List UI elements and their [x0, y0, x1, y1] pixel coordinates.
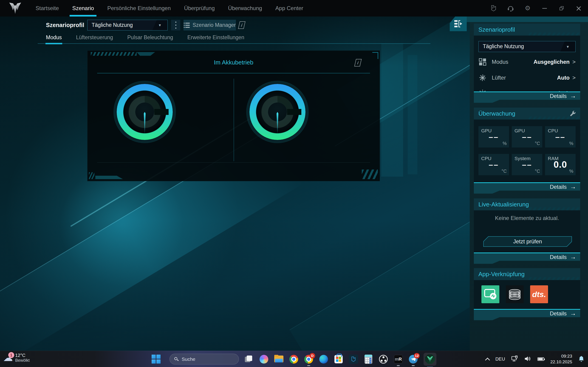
- main-nav: Startseite Szenario Persönliche Einstell…: [29, 0, 310, 17]
- scenario-manager-button[interactable]: Szenario Manager: [183, 20, 236, 31]
- windows-taskbar: ☁ 1 12°C Bewölkt Suche D: [0, 351, 588, 367]
- app-titlebar: Startseite Szenario Persönliche Einstell…: [0, 0, 588, 17]
- system-tray: DEU 09:23 22.10.2025: [486, 351, 584, 367]
- panel-title: Im Akkubetrieb: [87, 59, 380, 66]
- search-icon: [174, 357, 179, 361]
- nav-ueberpruefung[interactable]: Überprüfung: [177, 0, 221, 17]
- active-tab-underline: [69, 15, 96, 17]
- scenario-profile-label: Szenarioprofil: [46, 20, 84, 31]
- panel-hatch-decor: [91, 52, 137, 56]
- running-indicator: [397, 365, 400, 366]
- tray-clock[interactable]: 09:23 22.10.2025: [550, 353, 572, 365]
- more-options-button[interactable]: [171, 20, 180, 31]
- settings-gear-icon[interactable]: ⚙: [524, 5, 531, 12]
- chrome-profile-icon[interactable]: D: [304, 355, 313, 364]
- gauge-divider: [233, 79, 234, 161]
- tabs-divider: [38, 43, 431, 44]
- battery-icon[interactable]: [537, 357, 544, 361]
- taskbar-apps: D mR 12: [244, 351, 436, 367]
- headset-icon[interactable]: [507, 5, 514, 12]
- collapse-sidebar-button[interactable]: [450, 17, 467, 31]
- tray-time: 09:23: [550, 353, 572, 359]
- task-view-button[interactable]: [244, 355, 254, 364]
- close-button[interactable]: [575, 5, 582, 12]
- weather-badge: 1: [8, 352, 14, 358]
- window-controls: ⚙: [490, 0, 582, 17]
- obs-studio-icon[interactable]: [379, 355, 388, 364]
- weather-widget[interactable]: ☁ 1 12°C Bewölkt: [3, 353, 30, 363]
- weather-temp: 12°C: [15, 353, 30, 358]
- scenario-info-icon[interactable]: i: [238, 21, 246, 29]
- battery-mode-panel: Im Akkubetrieb i: [87, 50, 380, 181]
- running-indicator: [307, 365, 310, 366]
- nav-app-center[interactable]: App Center: [269, 0, 310, 17]
- notification-bell-icon[interactable]: [578, 356, 584, 363]
- start-button[interactable]: [152, 355, 161, 364]
- scenario-profile-dropdown[interactable]: Tägliche Nutzung ▼: [87, 20, 168, 31]
- edge-icon[interactable]: [319, 355, 328, 364]
- calculator-icon[interactable]: [364, 355, 373, 364]
- nav-ueberwachung[interactable]: Überwachung: [221, 0, 269, 17]
- panel-corner-decor: [372, 52, 378, 59]
- predator-logo-icon: [9, 2, 22, 15]
- planet9-icon[interactable]: [490, 5, 497, 12]
- scenario-tabs: Modus Lüftersteuerung Pulsar Beleuchtung…: [46, 34, 244, 44]
- input-language[interactable]: DEU: [495, 357, 505, 362]
- chrome-badge: D: [310, 353, 315, 359]
- cpu-gauge: [117, 84, 173, 140]
- network-display-icon[interactable]: [511, 356, 518, 363]
- tab-modus[interactable]: Modus: [46, 34, 62, 44]
- list-icon: [184, 23, 190, 28]
- telegram-badge: 12: [414, 353, 420, 359]
- weather-condition: Bewölkt: [15, 358, 30, 363]
- microsoft-store-icon[interactable]: [334, 355, 343, 364]
- tab-pulsar-beleuchtung[interactable]: Pulsar Beleuchtung: [127, 34, 173, 44]
- minimize-button[interactable]: [541, 5, 548, 12]
- musicbee-icon[interactable]: mR: [394, 355, 403, 364]
- tab-luftersteuerung[interactable]: Lüftersteuerung: [76, 34, 113, 44]
- dropdown-arrow-icon: ▼: [152, 20, 167, 30]
- copilot-icon[interactable]: [259, 355, 268, 364]
- nav-startseite[interactable]: Startseite: [29, 0, 65, 17]
- telegram-icon[interactable]: 12: [409, 355, 418, 364]
- cloud-icon: ☁ 1: [3, 353, 13, 363]
- planet9-app-icon[interactable]: [349, 355, 358, 364]
- tray-overflow-chevron-icon[interactable]: [485, 358, 490, 362]
- predator-sense-icon-active[interactable]: [424, 353, 436, 366]
- panel-toggle-icon: [454, 20, 463, 28]
- taskbar-search[interactable]: Suche: [170, 354, 239, 365]
- dropdown-value: Tägliche Nutzung: [87, 20, 152, 30]
- chrome-icon[interactable]: [289, 355, 298, 364]
- file-explorer-icon[interactable]: [274, 355, 284, 364]
- tab-erweiterte-einstellungen[interactable]: Erweiterte Einstellungen: [187, 34, 244, 44]
- nav-persoenliche-einstellungen[interactable]: Persönliche Einstellungen: [101, 0, 177, 17]
- gpu-gauge: [250, 84, 305, 140]
- volume-icon[interactable]: [524, 356, 531, 363]
- restore-button[interactable]: [558, 5, 565, 12]
- search-placeholder: Suche: [182, 357, 195, 362]
- running-indicator: [412, 365, 415, 366]
- tray-date: 22.10.2025: [550, 359, 572, 365]
- predator-sense-window: Startseite Szenario Persönliche Einstell…: [0, 0, 588, 367]
- nav-szenario[interactable]: Szenario: [65, 0, 101, 17]
- app-content: Szenarioprofil Tägliche Nutzung ▼ Szenar…: [0, 17, 588, 351]
